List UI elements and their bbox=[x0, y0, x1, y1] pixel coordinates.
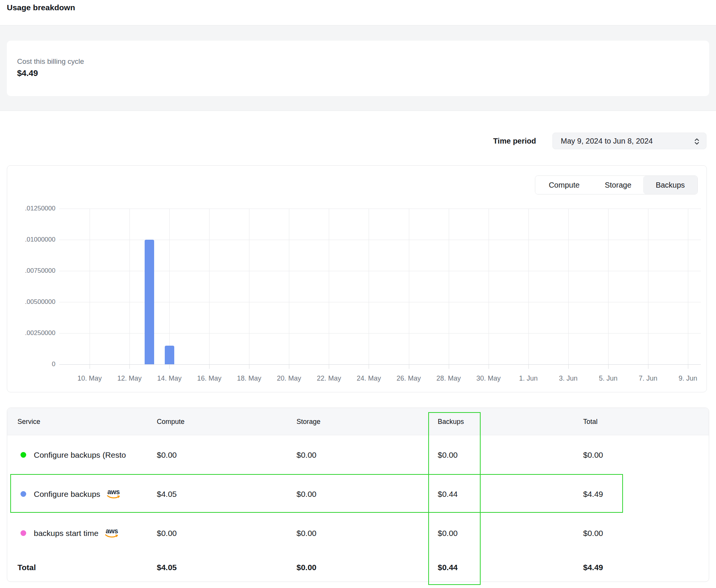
x-gridline bbox=[528, 209, 529, 364]
series-dot bbox=[21, 530, 26, 536]
x-tick-label: 9. Jun bbox=[667, 375, 709, 383]
page-title: Usage breakdown bbox=[7, 3, 75, 12]
y-tick-label: 0 bbox=[14, 360, 55, 368]
x-gridline bbox=[449, 209, 449, 364]
tab-backups[interactable]: Backups bbox=[643, 176, 697, 194]
summary-band: Cost this billing cycle $4.49 bbox=[0, 25, 716, 111]
x-tick-mark bbox=[409, 364, 409, 369]
service-name: Configure backups (Resto bbox=[34, 435, 137, 474]
aws-icon: aws bbox=[106, 489, 121, 499]
y-gridline bbox=[59, 271, 701, 271]
cost-card: Cost this billing cycle $4.49 bbox=[7, 41, 709, 96]
x-tick-mark bbox=[688, 364, 688, 369]
time-period-label: Time period bbox=[486, 137, 536, 145]
x-gridline bbox=[329, 209, 329, 364]
x-tick-label: 1. Jun bbox=[508, 375, 549, 383]
x-tick-mark bbox=[648, 364, 648, 369]
x-gridline bbox=[289, 209, 289, 364]
cell-storage: $0.00 bbox=[296, 435, 317, 474]
x-tick-mark bbox=[528, 364, 529, 369]
y-tick-label: .00750000 bbox=[14, 267, 55, 275]
cell-backups: $0.00 bbox=[438, 435, 458, 474]
column-header-service: Service bbox=[17, 408, 40, 435]
cell-total: $0.00 bbox=[583, 514, 603, 553]
y-gridline bbox=[59, 302, 701, 302]
x-tick-label: 20. May bbox=[268, 375, 310, 383]
y-tick-label: .00250000 bbox=[14, 329, 55, 337]
y-gridline bbox=[59, 209, 701, 209]
cell-total: $0.00 bbox=[583, 435, 603, 474]
tab-storage[interactable]: Storage bbox=[593, 176, 643, 194]
aws-icon-text: aws bbox=[107, 489, 120, 495]
cell-storage: $0.00 bbox=[296, 474, 317, 514]
cell-total: $4.49 bbox=[583, 474, 603, 514]
x-tick-mark bbox=[129, 364, 130, 369]
total-cell-storage: $0.00 bbox=[296, 552, 317, 582]
x-tick-label: 18. May bbox=[228, 375, 270, 383]
x-tick-mark bbox=[369, 364, 369, 369]
aws-icon: aws bbox=[104, 528, 120, 538]
y-tick-label: .01250000 bbox=[14, 205, 55, 212]
chart-metric-tabs: ComputeStorageBackups bbox=[535, 175, 698, 194]
service-name-text: backups start time bbox=[34, 529, 98, 538]
x-tick-label: 7. Jun bbox=[627, 375, 669, 383]
chart-bar-14-may[interactable] bbox=[165, 346, 174, 364]
column-header-total: Total bbox=[583, 408, 598, 435]
table-row-2[interactable]: Configure backupsaws$4.05$0.00$0.44$4.49 bbox=[7, 474, 709, 514]
cell-compute: $0.00 bbox=[157, 435, 177, 474]
x-gridline bbox=[249, 209, 249, 364]
x-tick-label: 22. May bbox=[308, 375, 350, 383]
x-tick-label: 10. May bbox=[69, 375, 110, 383]
time-period-select[interactable]: May 9, 2024 to Jun 8, 2024 bbox=[552, 133, 707, 149]
cell-backups: $0.44 bbox=[438, 474, 458, 514]
y-gridline bbox=[59, 333, 701, 334]
y-tick-label: .01000000 bbox=[14, 236, 55, 243]
x-tick-label: 12. May bbox=[109, 375, 150, 383]
x-gridline bbox=[648, 209, 648, 364]
y-tick-label: .00500000 bbox=[14, 298, 55, 306]
x-tick-mark bbox=[169, 364, 170, 369]
x-tick-mark bbox=[289, 364, 289, 369]
series-dot bbox=[21, 452, 26, 458]
service-name: Configure backupsaws bbox=[34, 474, 137, 514]
x-tick-mark bbox=[608, 364, 609, 369]
table-header-row: ServiceComputeStorageBackupsTotal bbox=[7, 408, 709, 435]
x-tick-label: 26. May bbox=[388, 375, 430, 383]
x-tick-label: 3. Jun bbox=[547, 375, 589, 383]
column-header-backups: Backups bbox=[438, 408, 464, 435]
tab-compute[interactable]: Compute bbox=[535, 176, 593, 194]
x-tick-mark bbox=[568, 364, 569, 369]
x-tick-mark bbox=[489, 364, 489, 369]
x-tick-label: 14. May bbox=[148, 375, 190, 383]
x-axis-line bbox=[59, 364, 701, 365]
total-cell-total: $4.49 bbox=[583, 552, 603, 582]
x-gridline bbox=[169, 209, 170, 364]
x-gridline bbox=[489, 209, 489, 364]
service-name: backups start timeaws bbox=[34, 514, 137, 553]
chevron-updown-icon bbox=[694, 138, 700, 147]
total-cell-compute: $4.05 bbox=[157, 552, 177, 582]
series-dot bbox=[21, 491, 26, 497]
x-tick-label: 28. May bbox=[428, 375, 470, 383]
column-header-storage: Storage bbox=[296, 408, 320, 435]
x-gridline bbox=[209, 209, 210, 364]
aws-icon-text: aws bbox=[106, 528, 118, 534]
x-gridline bbox=[90, 209, 90, 364]
service-name-text: Configure backups bbox=[34, 490, 100, 499]
table-total-row: Total $4.05$0.00$0.44$4.49 bbox=[7, 552, 709, 582]
x-gridline bbox=[568, 209, 569, 364]
x-tick-mark bbox=[329, 364, 329, 369]
column-header-compute: Compute bbox=[157, 408, 185, 435]
table-row-3[interactable]: backups start timeaws$0.00$0.00$0.00$0.0… bbox=[7, 514, 709, 553]
table-row-1[interactable]: Configure backups (Resto$0.00$0.00$0.00$… bbox=[7, 435, 709, 474]
chart-bar-13-may[interactable] bbox=[145, 240, 154, 364]
service-name-text: Configure backups (Resto bbox=[34, 450, 126, 460]
x-tick-label: 24. May bbox=[348, 375, 390, 383]
x-gridline bbox=[369, 209, 369, 364]
time-period-value: May 9, 2024 to Jun 8, 2024 bbox=[561, 137, 653, 145]
x-gridline bbox=[409, 209, 409, 364]
usage-breakdown-table: ServiceComputeStorageBackupsTotal Config… bbox=[7, 408, 709, 582]
x-tick-mark bbox=[90, 364, 90, 369]
x-tick-mark bbox=[209, 364, 210, 369]
x-tick-mark bbox=[449, 364, 449, 369]
